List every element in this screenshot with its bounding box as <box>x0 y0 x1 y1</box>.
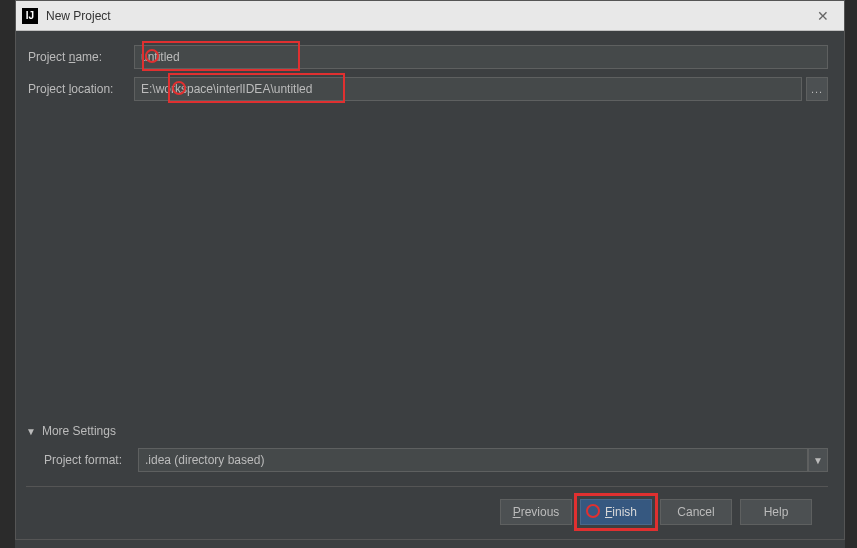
footer-separator <box>26 486 828 487</box>
project-location-row: Project location: ... <box>26 77 828 101</box>
chevron-down-icon: ▼ <box>26 426 36 437</box>
project-name-input[interactable] <box>134 45 828 69</box>
dialog-footer: Previous Finish Cancel Help <box>26 499 828 539</box>
dialog-content: Project name: Project location: ... ▼ Mo… <box>16 31 844 539</box>
project-name-row: Project name: <box>26 45 828 69</box>
cancel-button[interactable]: Cancel <box>660 499 732 525</box>
spacer <box>26 109 828 420</box>
background-right-strip <box>845 0 857 548</box>
more-settings-label: More Settings <box>42 424 116 438</box>
background-left-strip <box>0 0 15 548</box>
browse-button[interactable]: ... <box>806 77 828 101</box>
project-name-label: Project name: <box>26 50 134 64</box>
project-format-row: Project format: .idea (directory based) … <box>26 448 828 472</box>
titlebar: IJ New Project ✕ <box>16 1 844 31</box>
project-format-select[interactable]: .idea (directory based) ▼ <box>138 448 828 472</box>
dialog-title: New Project <box>46 9 808 23</box>
close-icon[interactable]: ✕ <box>808 2 838 30</box>
project-format-value: .idea (directory based) <box>138 448 808 472</box>
previous-button[interactable]: Previous <box>500 499 572 525</box>
app-icon: IJ <box>22 8 38 24</box>
project-location-input[interactable] <box>134 77 802 101</box>
chevron-down-icon: ▼ <box>808 448 828 472</box>
new-project-dialog: IJ New Project ✕ Project name: Project l… <box>15 0 845 540</box>
finish-button[interactable]: Finish <box>580 499 652 525</box>
project-location-label: Project location: <box>26 82 134 96</box>
finish-button-wrap: Finish <box>580 499 652 525</box>
help-button[interactable]: Help <box>740 499 812 525</box>
project-format-label: Project format: <box>44 453 138 467</box>
more-settings-toggle[interactable]: ▼ More Settings <box>26 420 828 448</box>
